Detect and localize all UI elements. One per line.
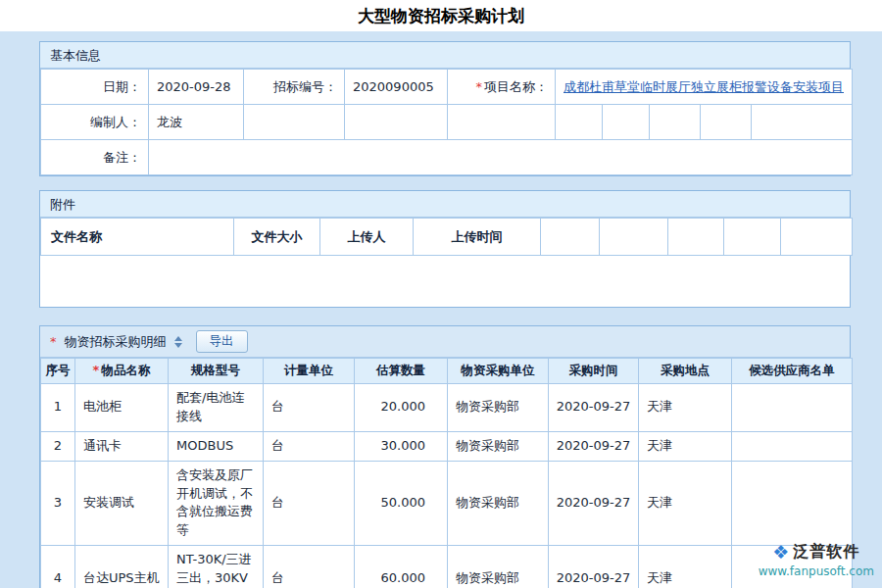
empty-cell [600,219,668,256]
export-button[interactable]: 导出 [196,330,248,353]
col-time: 采购时间 [549,359,639,384]
cell-qty: 50.000 [355,461,448,545]
col-spec: 规格型号 [169,359,264,384]
cell-spec: 配套/电池连接线 [169,384,264,432]
cell-time: 2020-09-27 [549,461,639,545]
project-value-cell: 成都杜甫草堂临时展厅独立展柜报警设备安装项目 [556,70,853,105]
cell-dept: 物资采购部 [448,461,549,545]
empty-cell [650,105,701,140]
project-name-link[interactable]: 成都杜甫草堂临时展厅独立展柜报警设备安装项目 [564,79,844,94]
project-label-text: 项目名称： [484,79,548,94]
col-item-name-text: 物品名称 [101,363,150,377]
project-label: *项目名称： [448,70,556,105]
attach-col-uploadtime: 上传时间 [414,219,541,256]
cell-unit: 台 [264,431,355,461]
detail-table: 序号 *物品名称 规格型号 计量单位 估算数量 物资采购单位 采购时间 采购地点… [40,358,853,588]
table-row: 3安装调试含安装及原厂开机调试，不含就位搬运费等台50.000物资采购部2020… [41,461,853,545]
empty-cell [668,219,724,256]
cell-seq: 3 [41,461,75,545]
cell-name: 安装调试 [75,461,169,545]
required-mark: * [476,79,483,94]
col-qty: 估算数量 [355,359,448,384]
table-row: 1电池柜配套/电池连接线台20.000物资采购部2020-09-27天津 [41,384,853,432]
col-dept: 物资采购单位 [448,359,549,384]
attachments-empty-area [40,256,850,307]
cell-qty: 20.000 [355,384,448,432]
cell-name: 通讯卡 [75,431,169,461]
attachments-section: 附件 文件名称 文件大小 上传人 上传时间 [39,190,851,308]
empty-cell [541,219,600,256]
fanpu-logo-icon: ❖ [772,543,789,562]
cell-suppliers [732,384,853,432]
fanpu-brand-text: 泛普软件 [793,542,859,563]
col-place: 采购地点 [639,359,732,384]
cell-seq: 1 [41,384,75,432]
cell-time: 2020-09-27 [549,384,639,432]
cell-time: 2020-09-27 [549,546,639,588]
col-seq: 序号 [41,359,75,384]
empty-cell [448,105,556,140]
cell-seq: 4 [41,546,75,588]
attach-col-filesize: 文件大小 [234,219,320,256]
page-title: 大型物资招标采购计划 [358,5,524,27]
col-unit: 计量单位 [264,359,355,384]
empty-cell [556,105,603,140]
cell-unit: 台 [264,546,355,588]
table-row: 2通讯卡MODBUS台30.000物资采购部2020-09-27天津 [41,431,853,461]
detail-toolbar: * 物资招标采购明细 导出 [40,326,850,358]
basic-info-table: 日期： 2020-09-28 招标编号： 2020090005 *项目名称： 成… [40,69,853,175]
required-mark: * [50,334,57,349]
cell-spec: 含安装及原厂开机调试，不含就位搬运费等 [169,461,264,545]
empty-cell [781,219,853,256]
date-label: 日期： [41,70,149,105]
attachments-table: 文件名称 文件大小 上传人 上传时间 [40,218,853,256]
date-value: 2020-09-28 [149,70,244,105]
attach-col-uploader: 上传人 [320,219,414,256]
basic-info-header: 基本信息 [40,42,850,69]
col-item-name: *物品名称 [75,359,169,384]
cell-suppliers [732,461,853,545]
cell-qty: 60.000 [355,546,448,588]
detail-table-body: 1电池柜配套/电池连接线台20.000物资采购部2020-09-27天津2通讯卡… [41,384,853,588]
cell-seq: 2 [41,431,75,461]
col-suppliers: 候选供应商名单 [732,359,853,384]
cell-suppliers [732,431,853,461]
cell-place: 天津 [639,431,732,461]
cell-time: 2020-09-27 [549,431,639,461]
cell-place: 天津 [639,546,732,588]
detail-section: * 物资招标采购明细 导出 序号 *物品名称 规格型号 计量单位 估算数量 物资… [39,325,851,588]
editor-value: 龙波 [149,105,244,140]
cell-unit: 台 [264,461,355,545]
attach-col-filename: 文件名称 [41,219,234,256]
editor-label: 编制人： [41,105,149,140]
cell-dept: 物资采购部 [448,431,549,461]
empty-cell [345,105,448,140]
fanpu-logo: ❖ 泛普软件 www.fanpusoft.com [759,542,874,578]
detail-section-title: 物资招标采购明细 [65,333,167,351]
remark-label: 备注： [41,140,149,175]
empty-cell [244,105,345,140]
remark-value [149,140,853,175]
cell-dept: 物资采购部 [448,384,549,432]
attachments-header: 附件 [40,191,850,218]
basic-info-section: 基本信息 日期： 2020-09-28 招标编号： 2020090005 *项目… [39,41,851,176]
title-bar: 大型物资招标采购计划 [0,0,882,31]
empty-cell [724,219,781,256]
cell-qty: 30.000 [355,431,448,461]
empty-cell [752,105,853,140]
cell-dept: 物资采购部 [448,546,549,588]
cell-unit: 台 [264,384,355,432]
required-mark: * [93,363,100,377]
cell-spec: NT-30K/三进三出，30KVA/24KW [169,546,264,588]
bid-no-label: 招标编号： [244,70,345,105]
cell-place: 天津 [639,384,732,432]
sort-arrows-icon[interactable] [174,336,182,348]
cell-spec: MODBUS [169,431,264,461]
cell-name: 电池柜 [75,384,169,432]
cell-place: 天津 [639,461,732,545]
empty-cell [701,105,752,140]
bid-no-value: 2020090005 [345,70,448,105]
table-row: 4台达UPS主机NT-30K/三进三出，30KVA/24KW台60.000物资采… [41,546,853,588]
fanpu-url: www.fanpusoft.com [759,564,874,578]
empty-cell [603,105,650,140]
